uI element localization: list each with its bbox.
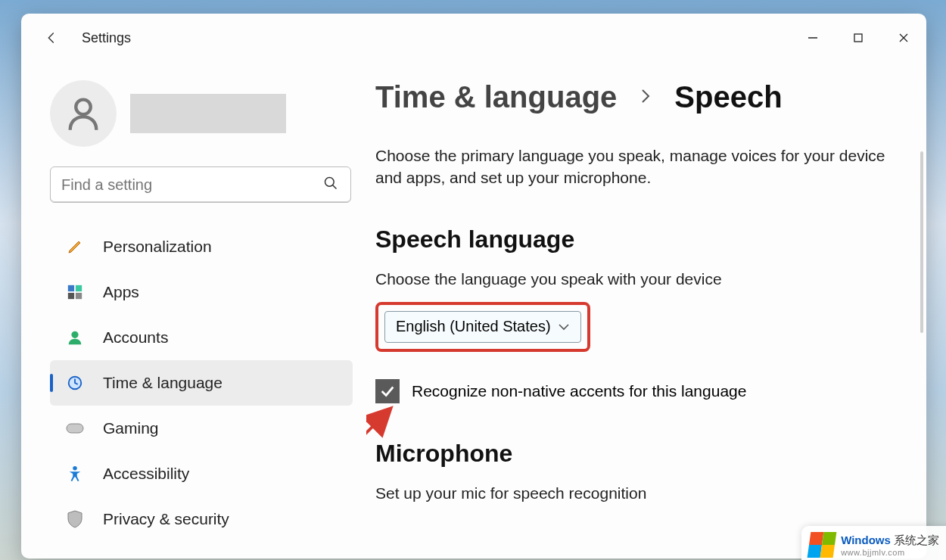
search-box[interactable]: [50, 166, 351, 203]
titlebar: Settings: [21, 14, 926, 62]
sidebar-item-time-language[interactable]: Time & language: [50, 360, 353, 406]
recognize-accents-checkbox[interactable]: [375, 379, 400, 403]
svg-rect-1: [854, 34, 862, 42]
watermark: Windows 系统之家 www.bjjmlv.com: [801, 526, 946, 560]
avatar: [50, 80, 117, 147]
gamepad-icon: [64, 422, 86, 434]
watermark-url: www.bjjmlv.com: [841, 548, 939, 557]
sidebar-item-label: Time & language: [103, 374, 222, 392]
page-description: Choose the primary language you speak, m…: [375, 145, 890, 189]
windows-logo-icon: [808, 532, 837, 558]
brush-icon: [64, 238, 86, 256]
microphone-subheading: Set up your mic for speech recognition: [375, 484, 904, 502]
sidebar-item-label: Personalization: [103, 238, 212, 256]
sidebar-item-personalization[interactable]: Personalization: [50, 224, 353, 269]
sidebar-item-gaming[interactable]: Gaming: [50, 406, 353, 451]
svg-point-9: [71, 331, 78, 338]
close-button[interactable]: [881, 20, 926, 56]
watermark-brand: Windows: [841, 534, 891, 546]
maximize-button[interactable]: [836, 20, 881, 56]
back-button[interactable]: [36, 23, 67, 53]
chevron-right-icon: [639, 87, 652, 108]
accent-checkbox-row: Recognize non-native accents for this la…: [375, 379, 904, 403]
recognize-accents-label: Recognize non-native accents for this la…: [412, 382, 746, 400]
sidebar-item-label: Accounts: [103, 328, 168, 347]
sidebar-nav: Personalization Apps Accounts: [50, 224, 353, 542]
svg-rect-7: [68, 293, 74, 299]
search-icon: [323, 176, 350, 194]
watermark-suffix: 系统之家: [891, 534, 939, 546]
svg-rect-8: [76, 293, 82, 299]
settings-window: Settings: [21, 14, 926, 558]
section-heading-microphone: Microphone: [375, 440, 904, 468]
sidebar-item-accounts[interactable]: Accounts: [50, 315, 353, 360]
username-redacted: [130, 94, 286, 133]
chevron-down-icon: [558, 318, 570, 335]
breadcrumb-parent[interactable]: Time & language: [375, 80, 617, 114]
svg-line-4: [333, 185, 337, 189]
dropdown-selected-value: English (United States): [396, 318, 551, 335]
apps-icon: [64, 284, 86, 300]
sidebar-item-label: Apps: [103, 283, 139, 301]
breadcrumb: Time & language Speech: [375, 80, 904, 114]
window-controls: [790, 20, 926, 56]
app-title: Settings: [82, 30, 131, 46]
svg-point-12: [73, 466, 77, 471]
svg-point-2: [76, 100, 91, 115]
speech-language-subheading: Choose the language you speak with your …: [375, 270, 904, 288]
profile-block[interactable]: [50, 80, 366, 147]
sidebar-item-accessibility[interactable]: Accessibility: [50, 451, 353, 496]
scrollbar[interactable]: [920, 151, 923, 333]
shield-icon: [64, 510, 86, 528]
sidebar-item-label: Privacy & security: [103, 510, 229, 528]
sidebar: Personalization Apps Accounts: [21, 62, 366, 558]
breadcrumb-current: Speech: [674, 80, 782, 114]
svg-rect-6: [76, 285, 82, 291]
accessibility-icon: [64, 465, 86, 482]
sidebar-item-privacy-security[interactable]: Privacy & security: [50, 496, 353, 542]
section-heading-speech-language: Speech language: [375, 226, 904, 254]
minimize-button[interactable]: [790, 20, 836, 56]
sidebar-item-label: Gaming: [103, 419, 159, 437]
svg-rect-11: [67, 424, 83, 433]
person-icon: [64, 329, 86, 346]
svg-point-3: [325, 178, 335, 187]
svg-rect-5: [68, 285, 74, 291]
search-input[interactable]: [51, 176, 323, 194]
highlight-annotation: English (United States): [375, 302, 590, 352]
sidebar-item-label: Accessibility: [103, 465, 189, 483]
speech-language-dropdown[interactable]: English (United States): [384, 311, 581, 343]
sidebar-item-apps[interactable]: Apps: [50, 269, 353, 315]
main-panel: Time & language Speech Choose the primar…: [366, 62, 926, 558]
globe-clock-icon: [64, 375, 86, 391]
